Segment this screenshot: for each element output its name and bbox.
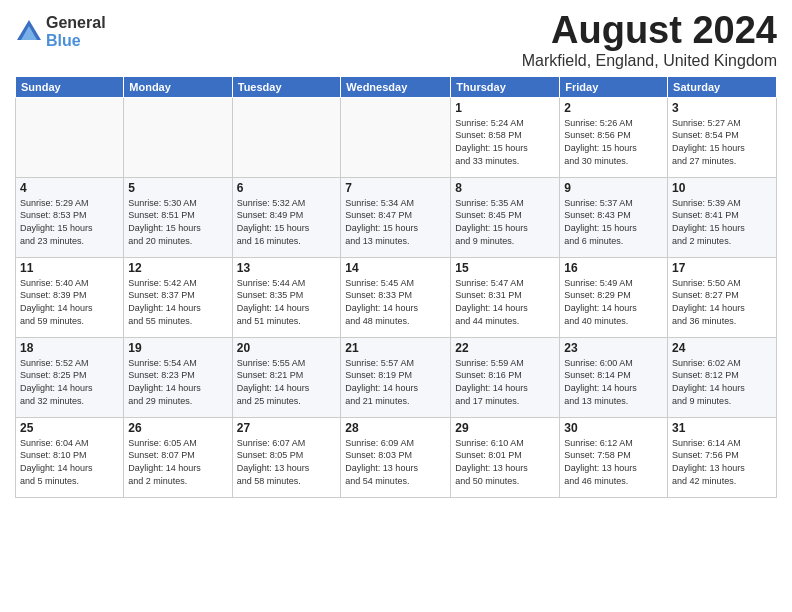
calendar-cell-w1-d4: 1Sunrise: 5:24 AM Sunset: 8:58 PM Daylig… — [451, 97, 560, 177]
calendar-cell-w4-d0: 18Sunrise: 5:52 AM Sunset: 8:25 PM Dayli… — [16, 337, 124, 417]
calendar-cell-w5-d4: 29Sunrise: 6:10 AM Sunset: 8:01 PM Dayli… — [451, 417, 560, 497]
calendar-cell-w4-d4: 22Sunrise: 5:59 AM Sunset: 8:16 PM Dayli… — [451, 337, 560, 417]
logo-icon — [15, 18, 43, 46]
day-info-25: Sunrise: 6:04 AM Sunset: 8:10 PM Dayligh… — [20, 437, 119, 487]
header-thursday: Thursday — [451, 76, 560, 97]
day-number-29: 29 — [455, 421, 555, 435]
day-number-3: 3 — [672, 101, 772, 115]
day-number-2: 2 — [564, 101, 663, 115]
day-number-24: 24 — [672, 341, 772, 355]
logo-general-text: General — [46, 14, 106, 32]
calendar-cell-w1-d1 — [124, 97, 232, 177]
day-info-31: Sunrise: 6:14 AM Sunset: 7:56 PM Dayligh… — [672, 437, 772, 487]
calendar-cell-w5-d6: 31Sunrise: 6:14 AM Sunset: 7:56 PM Dayli… — [668, 417, 777, 497]
week-row-3: 11Sunrise: 5:40 AM Sunset: 8:39 PM Dayli… — [16, 257, 777, 337]
calendar-cell-w3-d6: 17Sunrise: 5:50 AM Sunset: 8:27 PM Dayli… — [668, 257, 777, 337]
day-number-26: 26 — [128, 421, 227, 435]
calendar-cell-w1-d2 — [232, 97, 341, 177]
logo-blue-text: Blue — [46, 32, 106, 50]
day-number-18: 18 — [20, 341, 119, 355]
day-number-6: 6 — [237, 181, 337, 195]
day-info-15: Sunrise: 5:47 AM Sunset: 8:31 PM Dayligh… — [455, 277, 555, 327]
day-number-15: 15 — [455, 261, 555, 275]
day-number-4: 4 — [20, 181, 119, 195]
calendar-cell-w5-d3: 28Sunrise: 6:09 AM Sunset: 8:03 PM Dayli… — [341, 417, 451, 497]
calendar-cell-w1-d0 — [16, 97, 124, 177]
day-info-27: Sunrise: 6:07 AM Sunset: 8:05 PM Dayligh… — [237, 437, 337, 487]
calendar-cell-w2-d1: 5Sunrise: 5:30 AM Sunset: 8:51 PM Daylig… — [124, 177, 232, 257]
page: General Blue August 2024 Markfield, Engl… — [0, 0, 792, 508]
day-number-19: 19 — [128, 341, 227, 355]
week-row-2: 4Sunrise: 5:29 AM Sunset: 8:53 PM Daylig… — [16, 177, 777, 257]
month-year: August 2024 — [522, 10, 777, 52]
calendar-cell-w4-d5: 23Sunrise: 6:00 AM Sunset: 8:14 PM Dayli… — [560, 337, 668, 417]
day-number-7: 7 — [345, 181, 446, 195]
calendar-cell-w4-d6: 24Sunrise: 6:02 AM Sunset: 8:12 PM Dayli… — [668, 337, 777, 417]
day-number-16: 16 — [564, 261, 663, 275]
calendar-cell-w3-d4: 15Sunrise: 5:47 AM Sunset: 8:31 PM Dayli… — [451, 257, 560, 337]
day-info-8: Sunrise: 5:35 AM Sunset: 8:45 PM Dayligh… — [455, 197, 555, 247]
day-info-29: Sunrise: 6:10 AM Sunset: 8:01 PM Dayligh… — [455, 437, 555, 487]
day-info-9: Sunrise: 5:37 AM Sunset: 8:43 PM Dayligh… — [564, 197, 663, 247]
day-info-4: Sunrise: 5:29 AM Sunset: 8:53 PM Dayligh… — [20, 197, 119, 247]
day-info-22: Sunrise: 5:59 AM Sunset: 8:16 PM Dayligh… — [455, 357, 555, 407]
day-info-3: Sunrise: 5:27 AM Sunset: 8:54 PM Dayligh… — [672, 117, 772, 167]
header-sunday: Sunday — [16, 76, 124, 97]
header-tuesday: Tuesday — [232, 76, 341, 97]
day-info-12: Sunrise: 5:42 AM Sunset: 8:37 PM Dayligh… — [128, 277, 227, 327]
title-block: August 2024 Markfield, England, United K… — [522, 10, 777, 70]
calendar-cell-w4-d1: 19Sunrise: 5:54 AM Sunset: 8:23 PM Dayli… — [124, 337, 232, 417]
calendar-cell-w5-d5: 30Sunrise: 6:12 AM Sunset: 7:58 PM Dayli… — [560, 417, 668, 497]
calendar-cell-w5-d1: 26Sunrise: 6:05 AM Sunset: 8:07 PM Dayli… — [124, 417, 232, 497]
day-number-9: 9 — [564, 181, 663, 195]
week-row-5: 25Sunrise: 6:04 AM Sunset: 8:10 PM Dayli… — [16, 417, 777, 497]
calendar-cell-w2-d4: 8Sunrise: 5:35 AM Sunset: 8:45 PM Daylig… — [451, 177, 560, 257]
day-info-10: Sunrise: 5:39 AM Sunset: 8:41 PM Dayligh… — [672, 197, 772, 247]
day-info-26: Sunrise: 6:05 AM Sunset: 8:07 PM Dayligh… — [128, 437, 227, 487]
day-number-13: 13 — [237, 261, 337, 275]
day-info-7: Sunrise: 5:34 AM Sunset: 8:47 PM Dayligh… — [345, 197, 446, 247]
day-info-30: Sunrise: 6:12 AM Sunset: 7:58 PM Dayligh… — [564, 437, 663, 487]
header-saturday: Saturday — [668, 76, 777, 97]
week-row-1: 1Sunrise: 5:24 AM Sunset: 8:58 PM Daylig… — [16, 97, 777, 177]
day-info-18: Sunrise: 5:52 AM Sunset: 8:25 PM Dayligh… — [20, 357, 119, 407]
day-info-2: Sunrise: 5:26 AM Sunset: 8:56 PM Dayligh… — [564, 117, 663, 167]
weekday-header-row: Sunday Monday Tuesday Wednesday Thursday… — [16, 76, 777, 97]
day-number-14: 14 — [345, 261, 446, 275]
day-number-30: 30 — [564, 421, 663, 435]
day-info-24: Sunrise: 6:02 AM Sunset: 8:12 PM Dayligh… — [672, 357, 772, 407]
day-info-19: Sunrise: 5:54 AM Sunset: 8:23 PM Dayligh… — [128, 357, 227, 407]
calendar-cell-w4-d2: 20Sunrise: 5:55 AM Sunset: 8:21 PM Dayli… — [232, 337, 341, 417]
day-number-31: 31 — [672, 421, 772, 435]
day-number-17: 17 — [672, 261, 772, 275]
day-number-20: 20 — [237, 341, 337, 355]
day-number-12: 12 — [128, 261, 227, 275]
day-info-1: Sunrise: 5:24 AM Sunset: 8:58 PM Dayligh… — [455, 117, 555, 167]
calendar-cell-w5-d2: 27Sunrise: 6:07 AM Sunset: 8:05 PM Dayli… — [232, 417, 341, 497]
day-info-23: Sunrise: 6:00 AM Sunset: 8:14 PM Dayligh… — [564, 357, 663, 407]
calendar-cell-w3-d2: 13Sunrise: 5:44 AM Sunset: 8:35 PM Dayli… — [232, 257, 341, 337]
calendar-cell-w1-d3 — [341, 97, 451, 177]
day-number-28: 28 — [345, 421, 446, 435]
day-number-21: 21 — [345, 341, 446, 355]
header: General Blue August 2024 Markfield, Engl… — [15, 10, 777, 70]
calendar-cell-w1-d6: 3Sunrise: 5:27 AM Sunset: 8:54 PM Daylig… — [668, 97, 777, 177]
day-number-1: 1 — [455, 101, 555, 115]
calendar-cell-w3-d1: 12Sunrise: 5:42 AM Sunset: 8:37 PM Dayli… — [124, 257, 232, 337]
day-number-10: 10 — [672, 181, 772, 195]
day-info-11: Sunrise: 5:40 AM Sunset: 8:39 PM Dayligh… — [20, 277, 119, 327]
calendar-cell-w2-d5: 9Sunrise: 5:37 AM Sunset: 8:43 PM Daylig… — [560, 177, 668, 257]
day-info-17: Sunrise: 5:50 AM Sunset: 8:27 PM Dayligh… — [672, 277, 772, 327]
calendar-cell-w5-d0: 25Sunrise: 6:04 AM Sunset: 8:10 PM Dayli… — [16, 417, 124, 497]
calendar-cell-w2-d6: 10Sunrise: 5:39 AM Sunset: 8:41 PM Dayli… — [668, 177, 777, 257]
calendar-cell-w1-d5: 2Sunrise: 5:26 AM Sunset: 8:56 PM Daylig… — [560, 97, 668, 177]
calendar-cell-w2-d2: 6Sunrise: 5:32 AM Sunset: 8:49 PM Daylig… — [232, 177, 341, 257]
calendar-cell-w2-d0: 4Sunrise: 5:29 AM Sunset: 8:53 PM Daylig… — [16, 177, 124, 257]
day-info-14: Sunrise: 5:45 AM Sunset: 8:33 PM Dayligh… — [345, 277, 446, 327]
calendar: Sunday Monday Tuesday Wednesday Thursday… — [15, 76, 777, 498]
day-number-5: 5 — [128, 181, 227, 195]
day-info-16: Sunrise: 5:49 AM Sunset: 8:29 PM Dayligh… — [564, 277, 663, 327]
day-info-13: Sunrise: 5:44 AM Sunset: 8:35 PM Dayligh… — [237, 277, 337, 327]
day-number-22: 22 — [455, 341, 555, 355]
logo: General Blue — [15, 14, 106, 49]
